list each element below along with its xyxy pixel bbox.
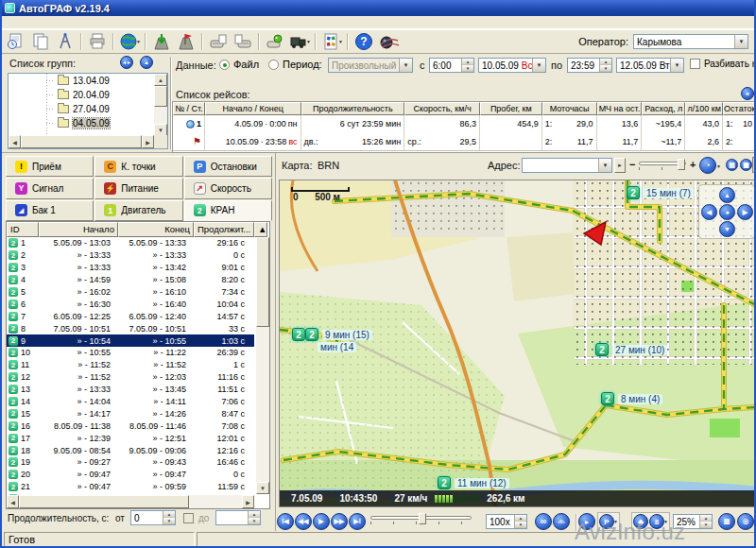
pan-up-button[interactable]: ▲	[719, 187, 735, 203]
kran-table-row[interactable]: 217 » - 12:39 » - 12:51 12:01 с	[7, 432, 254, 444]
refresh-map-button[interactable]: ◎	[737, 513, 754, 530]
kran-table-row[interactable]: 23 » - 13:33 » - 13:42 9:01 с	[7, 262, 254, 274]
group-item[interactable]: 04.05.09	[9, 116, 154, 130]
dropdown-arrow-icon[interactable]: ▼	[670, 59, 683, 72]
dropdown-arrow-icon[interactable]: ▼	[734, 35, 747, 48]
radio-period[interactable]: Период:	[268, 59, 322, 70]
group-eject-button[interactable]: ▲	[140, 56, 153, 69]
duration-from-spinner[interactable]: 0 ▲▼	[130, 510, 176, 525]
playback-speed-spinner[interactable]: 100x ▲▼	[486, 514, 527, 529]
trip-row[interactable]: 1 ⚑ 4.05.09 · 0:00 пн 10.05.09 · 23:58 в…	[173, 115, 755, 151]
kran-table-row[interactable]: 216 8.05.09 - 11:38 8.05.09 - 11:46 7:08…	[7, 420, 254, 432]
reset-position-button[interactable]: 00	[535, 513, 552, 530]
kran-table-row[interactable]: 28 7.05.09 - 10:51 7.05.09 - 10:51 33 с	[7, 322, 254, 334]
pan-left-button[interactable]: ◀	[701, 204, 717, 220]
dropdown-arrow-icon[interactable]: ▼	[532, 59, 545, 72]
group-item[interactable]: 20.04.09	[9, 88, 154, 102]
zoom-out-label[interactable]: −	[629, 159, 635, 170]
from-date-combo[interactable]: 10.05.09 Вс ▼	[478, 58, 546, 73]
tab-skorost[interactable]: ↗Скорость	[184, 178, 272, 198]
pan-right-button[interactable]: ▶	[737, 204, 753, 220]
copy-button[interactable]	[28, 31, 53, 52]
vehicle-button[interactable]: ▼	[287, 31, 312, 52]
collapse-trips-button[interactable]: «	[741, 87, 754, 100]
kran-table-row[interactable]: 210 » - 10:55 » - 11:22 26:39 с	[7, 347, 254, 359]
to-time-spinner[interactable]: 23:59 ▲▼	[567, 58, 612, 73]
spinner-buttons[interactable]: ▲▼	[248, 511, 260, 524]
groups-vscrollbar[interactable]: ▲ ▼	[154, 74, 167, 135]
play-button[interactable]: ▶	[313, 513, 330, 530]
to-date-combo[interactable]: 12.05.09 Вт ▼	[616, 58, 684, 73]
map-marker-27min[interactable]: 2 27 мин (10)	[595, 343, 667, 356]
kran-table-row[interactable]: 213 » - 13:33 » - 13:45 11:51 с	[7, 384, 254, 396]
fast-forward-button[interactable]: ▶▶	[331, 513, 348, 530]
step-position-button[interactable]: ‹0›	[553, 513, 570, 530]
kran-table-row[interactable]: 214 » - 14:04 » - 14:11 7:06 с	[7, 396, 254, 408]
period-combo[interactable]: Произвольный ▼	[328, 58, 413, 73]
map-marker-14min-partial[interactable]: мин (14	[318, 342, 356, 352]
group-item[interactable]: 13.04.09	[9, 74, 154, 88]
kran-table-row[interactable]: 21 5.05.09 - 13:03 5.05.09 - 13:33 29:16…	[7, 237, 254, 249]
dropdown-arrow-icon[interactable]: ▼	[613, 519, 618, 524]
from-time-spinner[interactable]: 6:00 ▲▼	[429, 58, 474, 73]
address-go-button[interactable]: ►	[614, 158, 626, 173]
split-trips-checkbox[interactable]: Разбивать на рейсы	[690, 59, 756, 69]
help-button[interactable]: ?	[352, 31, 376, 52]
map-layers-button[interactable]: ▤	[726, 159, 738, 171]
address-combo[interactable]: ▼	[522, 158, 612, 173]
menu-item[interactable]	[66, 16, 79, 28]
scroll-up-button[interactable]: ▲	[254, 222, 267, 237]
center-map-button[interactable]: ●	[719, 204, 735, 220]
map-legend-button[interactable]: ▦	[740, 159, 752, 171]
playback-position-slider[interactable]	[370, 516, 472, 524]
spinner-buttons[interactable]: ▲▼	[699, 515, 712, 528]
spinner-buttons[interactable]: ▲▼	[514, 515, 526, 528]
tab-pitanie[interactable]: ⚡Питание	[94, 178, 182, 198]
route-tools-button[interactable]	[53, 31, 77, 52]
internet-map-button[interactable]: ▼	[117, 31, 142, 52]
kran-table-row[interactable]: 221 » - 09:47 » - 09:59 11:59 с	[7, 481, 254, 493]
track-points-button[interactable]: 8	[649, 514, 664, 529]
map-globe-button[interactable]: ◔	[699, 157, 716, 174]
operator-combo[interactable]: Карымова ▼	[633, 34, 748, 49]
device-write-button[interactable]	[231, 31, 255, 52]
map-marker-8min[interactable]: 2 8 мин (4)	[601, 392, 662, 405]
kran-table-row[interactable]: 22 » - 13:33 » - 13:33 0 с	[7, 249, 254, 262]
tab-kran[interactable]: 2КРАН	[184, 200, 272, 221]
map-scale-spinner[interactable]: 25% ▲▼	[673, 514, 713, 529]
goto-end-button[interactable]: ▶I	[349, 513, 366, 530]
track-style-button[interactable]: ◈	[633, 514, 648, 529]
kran-table-row[interactable]: 218 9.05.09 - 08:54 9.05.09 - 09:06 12:1…	[7, 444, 254, 456]
map-marker-9min[interactable]: 2 2 9 мин (15)	[292, 328, 372, 341]
report-button[interactable]	[4, 31, 28, 52]
tab-k-tochki[interactable]: CК. точки	[94, 156, 182, 177]
kran-table-row[interactable]: 215 » - 14:17 » - 14:26 8:47 с	[7, 407, 254, 420]
kran-table-row[interactable]: 212 » - 11:52 » - 12:03 11:16 с	[7, 371, 254, 384]
dropdown-arrow-icon[interactable]: ▼	[663, 519, 668, 524]
group-item[interactable]: 27.04.09	[9, 102, 154, 116]
kran-table-row[interactable]: 24 » - 14:59 » - 15:08 8:20 с	[7, 274, 254, 286]
map-zoom-slider[interactable]	[639, 162, 686, 170]
map-marker-11min[interactable]: 2 11 мин (12)	[438, 476, 509, 489]
duration-to-spinner[interactable]: ▲▼	[215, 510, 261, 525]
menu-item[interactable]	[6, 16, 19, 28]
cursor-mode-button[interactable]: ►	[578, 513, 595, 530]
kran-table-row[interactable]: 220 » - 09:47 » - 09:47 0 с	[7, 469, 254, 481]
groups-hscrollbar[interactable]: ◀ ▶	[9, 135, 154, 148]
radio-file[interactable]: Файл	[219, 59, 259, 70]
dropdown-arrow-icon[interactable]: ▼	[399, 59, 412, 72]
kran-hscrollbar[interactable]: ◀ ▶	[7, 495, 254, 508]
menu-item[interactable]	[21, 16, 34, 28]
map-marker-15min[interactable]: 2 15 мин (7)	[627, 186, 694, 199]
tab-bak1[interactable]: ◢Бак 1	[6, 200, 94, 221]
kran-table-row[interactable]: 26 » - 16:30 » - 16:40 10:04 с	[7, 298, 254, 310]
spinner-buttons[interactable]: ▲▼	[461, 59, 473, 72]
device-service-button[interactable]	[263, 31, 287, 52]
kran-table-row[interactable]: 27 6.05.09 - 12:25 6.05.09 - 12:40 14:57…	[7, 310, 254, 322]
online-monitor-button[interactable]	[376, 31, 401, 52]
kran-table-row[interactable]: 211 » - 11:52 » - 11:52 1 с	[7, 359, 254, 371]
menu-item[interactable]	[36, 16, 49, 28]
kran-table-row[interactable]: 25 » - 16:02 » - 16:10 7:34 с	[7, 286, 254, 299]
kran-vscrollbar[interactable]: ▼	[256, 237, 269, 495]
tab-dvigatel[interactable]: 1Двигатель	[94, 200, 182, 221]
